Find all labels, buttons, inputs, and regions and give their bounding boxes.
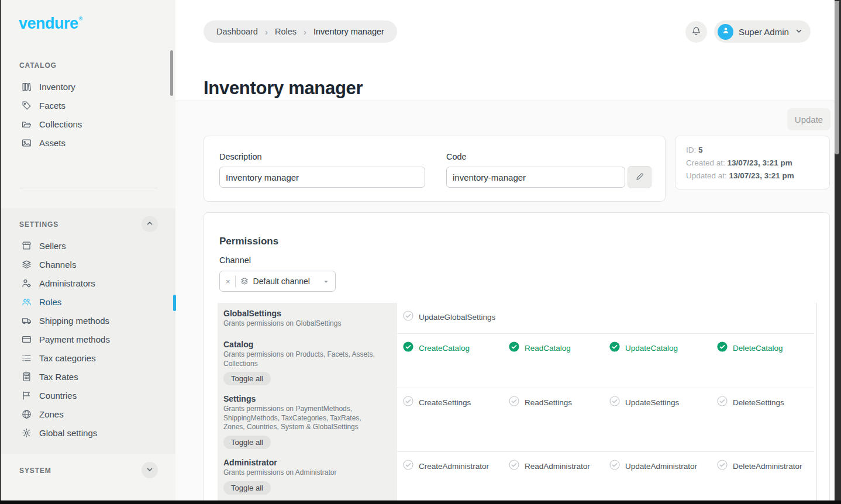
permission-group-items: CreateCatalog ReadCatalog UpdateCatalog … <box>397 334 814 388</box>
channel-selected-value: Default channel <box>253 277 310 286</box>
entity-updated-line: Updated at: 13/07/23, 3:21 pm <box>686 170 819 182</box>
toggle-all-button[interactable]: Toggle all <box>223 436 271 449</box>
permission-checkbox[interactable]: ReadCatalog <box>509 341 609 354</box>
check-circle-icon <box>609 396 620 409</box>
books-icon <box>22 82 32 92</box>
permissions-card: Permissions Channel × Default channel Gl… <box>204 212 830 504</box>
permission-checkbox[interactable]: UpdateAdministrator <box>609 460 717 472</box>
image-icon <box>22 138 32 148</box>
check-circle-icon <box>717 341 728 354</box>
select-divider <box>235 275 236 287</box>
check-circle-icon <box>717 396 728 409</box>
permission-checkbox[interactable]: DeleteAdministrator <box>717 460 814 472</box>
permission-checkbox[interactable]: ReadSettings <box>509 396 609 409</box>
entity-id-line: ID: 5 <box>686 144 819 157</box>
code-label: Code <box>446 152 467 161</box>
breadcrumb-dashboard[interactable]: Dashboard <box>216 27 258 36</box>
edit-code-button[interactable] <box>628 166 652 188</box>
active-nav-indicator <box>173 295 176 311</box>
pencil-icon <box>635 172 644 183</box>
credit-card-icon <box>22 334 32 344</box>
sidebar-section-settings-header: SETTINGS <box>19 220 58 229</box>
permission-checkbox[interactable]: DeleteSettings <box>717 396 814 409</box>
breadcrumb-current: Inventory manager <box>313 27 384 36</box>
entity-info-card: ID: 5 Created at: 13/07/23, 3:21 pm Upda… <box>675 136 830 189</box>
page-scrollbar-thumb[interactable] <box>835 1 839 154</box>
toggle-all-button[interactable]: Toggle all <box>223 372 271 385</box>
permissions-title: Permissions <box>219 236 278 247</box>
layers-icon <box>22 260 32 270</box>
permission-checkbox[interactable]: ReadAdministrator <box>509 460 609 472</box>
permission-group-items: UpdateGlobalSettings <box>397 303 814 334</box>
catalog-nav-list: Inventory Facets Collections Assets <box>1 77 175 152</box>
entity-created-line: Created at: 13/07/23, 3:21 pm <box>686 157 819 170</box>
truck-icon <box>22 316 32 326</box>
user-gear-icon <box>22 278 32 288</box>
settings-nav-list: Sellers Channels Administrators Roles Sh… <box>1 236 175 442</box>
sidebar-item-roles[interactable]: Roles <box>1 292 175 311</box>
sidebar-scrollbar-thumb[interactable] <box>170 50 173 96</box>
sidebar-item-zones[interactable]: Zones <box>1 405 175 423</box>
permission-checkbox[interactable]: DeleteCatalog <box>717 341 814 354</box>
update-button[interactable]: Update <box>787 108 830 130</box>
sidebar-section-catalog-header: CATALOG <box>19 61 57 70</box>
permission-group-catalog: Catalog Grants permissions on Products, … <box>218 334 829 388</box>
permission-checkbox[interactable]: CreateAdministrator <box>403 460 509 472</box>
check-circle-icon <box>609 341 620 354</box>
check-circle-icon <box>403 396 413 409</box>
gear-icon <box>22 428 32 438</box>
permissions-scrollbar-track[interactable] <box>816 303 817 504</box>
permission-group-administrator: Administrator Grants permissions on Admi… <box>218 452 829 502</box>
permission-checkbox[interactable]: UpdateSettings <box>609 396 717 409</box>
system-collapse-button[interactable] <box>142 462 158 478</box>
breadcrumb-separator-icon: › <box>304 27 306 37</box>
sidebar-item-shipping-methods[interactable]: Shipping methods <box>1 311 175 330</box>
check-circle-icon <box>509 341 519 354</box>
chevron-up-icon <box>146 220 153 229</box>
sidebar-item-administrators[interactable]: Administrators <box>1 274 175 292</box>
sidebar-item-payment-methods[interactable]: Payment methods <box>1 330 175 348</box>
user-menu[interactable]: Super Admin <box>714 20 811 43</box>
avatar <box>718 24 733 40</box>
permission-checkbox[interactable]: UpdateCatalog <box>609 341 717 354</box>
sidebar-item-countries[interactable]: Countries <box>1 386 175 405</box>
sidebar-item-collections[interactable]: Collections <box>1 115 175 133</box>
settings-collapse-button[interactable] <box>142 216 158 232</box>
sidebar-item-tax-categories[interactable]: Tax categories <box>1 348 175 367</box>
toggle-all-button[interactable]: Toggle all <box>223 481 271 495</box>
permissions-table: GlobalSettings Grants permissions on Glo… <box>218 303 829 504</box>
permission-checkbox[interactable]: CreateSettings <box>403 396 509 409</box>
breadcrumb-roles[interactable]: Roles <box>275 27 297 36</box>
permission-checkbox[interactable]: UpdateGlobalSettings <box>403 310 509 323</box>
caret-down-icon <box>323 278 329 285</box>
code-input[interactable] <box>446 167 625 188</box>
registered-mark: ® <box>79 16 82 22</box>
sidebar-item-facets[interactable]: Facets <box>1 96 175 115</box>
description-label: Description <box>219 152 262 161</box>
role-detail-card: Description Code <box>204 136 666 202</box>
tag-icon <box>22 101 32 111</box>
page-scrollbar[interactable] <box>835 0 841 500</box>
permission-checkbox[interactable]: CreateCatalog <box>403 341 509 354</box>
globe-icon <box>22 409 32 419</box>
permission-group-header: Administrator Grants permissions on Admi… <box>218 452 397 502</box>
sidebar-item-assets[interactable]: Assets <box>1 133 175 152</box>
permission-group-header: GlobalSettings Grants permissions on Glo… <box>218 303 397 334</box>
sidebar-item-sellers[interactable]: Sellers <box>1 236 175 255</box>
notifications-button[interactable] <box>685 21 707 43</box>
sidebar-item-global-settings[interactable]: Global settings <box>1 423 175 442</box>
check-circle-icon <box>509 460 519 472</box>
page-title: Inventory manager <box>204 78 363 99</box>
list-icon <box>22 353 32 363</box>
sidebar-item-inventory[interactable]: Inventory <box>1 77 175 96</box>
vendure-logo[interactable]: vendure® <box>19 15 82 33</box>
folder-icon <box>22 119 32 129</box>
sidebar: vendure® CATALOG Inventory Facets Collec… <box>1 0 175 500</box>
sidebar-item-tax-rates[interactable]: Tax Rates <box>1 367 175 386</box>
sidebar-item-channels[interactable]: Channels <box>1 255 175 274</box>
check-circle-icon <box>509 396 519 409</box>
channel-select[interactable]: × Default channel <box>219 271 336 292</box>
remove-channel-icon[interactable]: × <box>226 278 230 285</box>
permission-group-globalsettings: GlobalSettings Grants permissions on Glo… <box>218 303 829 334</box>
description-input[interactable] <box>219 167 425 188</box>
